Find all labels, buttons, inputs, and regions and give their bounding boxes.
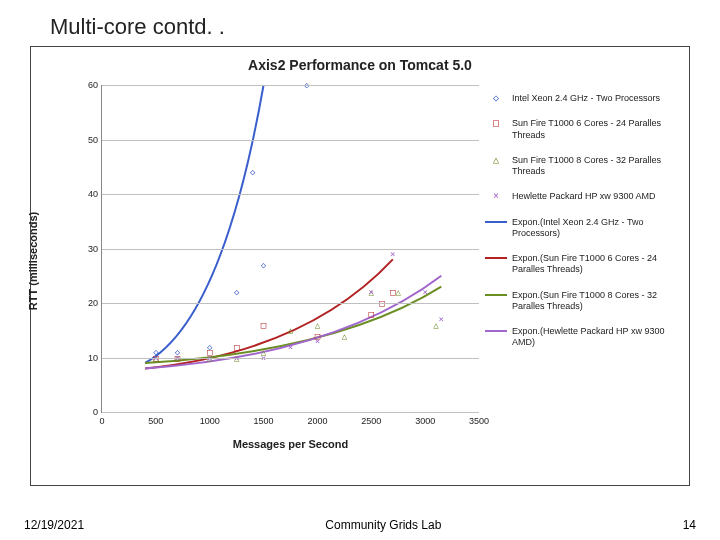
legend-item: Expon.(Sun Fire T1000 6 Cores - 24 Paral… xyxy=(485,253,681,276)
x-tick: 2000 xyxy=(307,416,327,426)
slide-footer: 12/19/2021 Community Grids Lab 14 xyxy=(0,518,720,532)
legend-label: Expon.(Sun Fire T1000 6 Cores - 24 Paral… xyxy=(512,253,681,276)
plot-area: ◇◇◇◇◇◇◇□□□□□□□□□△△△△△△△△△△△××××××××××× M… xyxy=(101,85,479,413)
legend-item: △Sun Fire T1000 8 Cores - 32 Paralles Th… xyxy=(485,155,681,178)
legend-marker-swatch: ◇ xyxy=(485,93,507,103)
legend-item: ×Hewlette Packard HP xw 9300 AMD xyxy=(485,191,681,202)
data-point: □ xyxy=(369,309,375,319)
trendline xyxy=(145,85,263,363)
legend-line-swatch xyxy=(485,326,507,336)
plot-wrap: RTT (milliseconds) ◇◇◇◇◇◇◇□□□□□□□□□△△△△△… xyxy=(73,85,479,437)
x-tick: 3500 xyxy=(469,416,489,426)
data-point: △ xyxy=(315,320,321,330)
trendline xyxy=(145,259,393,368)
gridline-h xyxy=(102,194,479,195)
legend-label: Intel Xeon 2.4 GHz - Two Processors xyxy=(512,93,660,104)
legend-item: Expon.(Sun Fire T1000 8 Cores - 32 Paral… xyxy=(485,290,681,313)
y-tick: 40 xyxy=(74,189,98,199)
legend-line-swatch xyxy=(485,253,507,263)
legend-line-swatch xyxy=(485,290,507,300)
legend-label: Sun Fire T1000 6 Cores - 24 Paralles Thr… xyxy=(512,118,681,141)
x-axis-label: Messages per Second xyxy=(233,438,349,450)
y-tick: 30 xyxy=(74,244,98,254)
x-tick: 1000 xyxy=(200,416,220,426)
legend-item: Expon.(Hewlette Packard HP xw 9300 AMD) xyxy=(485,326,681,349)
slide-title: Multi-core contd. . xyxy=(50,14,700,40)
data-point: × xyxy=(390,249,395,259)
legend-item: Expon.(Intel Xeon 2.4 GHz - Two Processo… xyxy=(485,217,681,240)
legend-marker-swatch: △ xyxy=(485,155,507,165)
gridline-h xyxy=(102,358,479,359)
gridline-h xyxy=(102,140,479,141)
x-tick: 500 xyxy=(148,416,163,426)
legend-marker-swatch: × xyxy=(485,191,507,201)
footer-page: 14 xyxy=(683,518,696,532)
chart-title: Axis2 Performance on Tomcat 5.0 xyxy=(31,47,689,73)
data-point: △ xyxy=(342,331,348,341)
legend-label: Expon.(Hewlette Packard HP xw 9300 AMD) xyxy=(512,326,681,349)
x-tick: 3000 xyxy=(415,416,435,426)
footer-center: Community Grids Lab xyxy=(325,518,441,532)
gridline-h xyxy=(102,303,479,304)
gridline-h xyxy=(102,412,479,413)
x-tick: 2500 xyxy=(361,416,381,426)
legend-label: Expon.(Sun Fire T1000 8 Cores - 32 Paral… xyxy=(512,290,681,313)
data-point: ◇ xyxy=(261,260,267,270)
y-tick: 60 xyxy=(74,80,98,90)
data-point: △ xyxy=(288,325,294,335)
y-axis-label: RTT (milliseconds) xyxy=(27,212,39,310)
data-point: × xyxy=(369,287,374,297)
chart-container: Axis2 Performance on Tomcat 5.0 RTT (mil… xyxy=(30,46,690,486)
data-point: × xyxy=(422,287,427,297)
x-tick: 1500 xyxy=(254,416,274,426)
y-tick: 0 xyxy=(74,407,98,417)
data-point: ◇ xyxy=(234,287,240,297)
gridline-h xyxy=(102,85,479,86)
y-tick: 20 xyxy=(74,298,98,308)
legend-item: □Sun Fire T1000 6 Cores - 24 Paralles Th… xyxy=(485,118,681,141)
data-point: × xyxy=(315,336,320,346)
data-point: □ xyxy=(234,342,240,352)
y-tick: 10 xyxy=(74,353,98,363)
legend-item: ◇Intel Xeon 2.4 GHz - Two Processors xyxy=(485,93,681,104)
data-point: △ xyxy=(396,287,402,297)
y-tick: 50 xyxy=(74,135,98,145)
legend-label: Sun Fire T1000 8 Cores - 32 Paralles Thr… xyxy=(512,155,681,178)
legend-label: Hewlette Packard HP xw 9300 AMD xyxy=(512,191,655,202)
data-point: × xyxy=(439,314,444,324)
legend-line-swatch xyxy=(485,217,507,227)
legend: ◇Intel Xeon 2.4 GHz - Two Processors□Sun… xyxy=(485,93,681,363)
x-tick: 0 xyxy=(99,416,104,426)
legend-marker-swatch: □ xyxy=(485,118,507,128)
footer-date: 12/19/2021 xyxy=(24,518,84,532)
data-point: × xyxy=(288,342,293,352)
data-point: ◇ xyxy=(250,167,256,177)
data-point: □ xyxy=(261,320,267,330)
legend-label: Expon.(Intel Xeon 2.4 GHz - Two Processo… xyxy=(512,217,681,240)
gridline-h xyxy=(102,249,479,250)
